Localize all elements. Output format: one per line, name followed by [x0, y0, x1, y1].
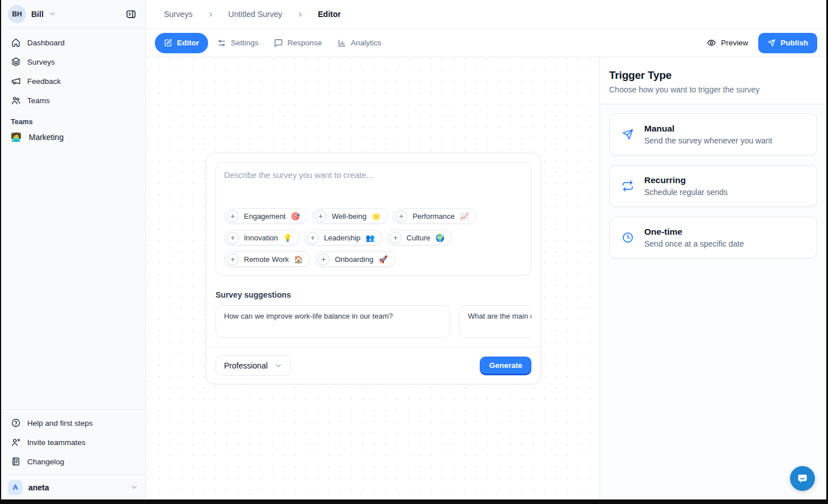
tone-selected-value: Professional: [224, 361, 268, 370]
survey-description-input[interactable]: Describe the survey you want to create..…: [216, 162, 531, 276]
plus-icon: [390, 232, 402, 244]
user-avatar: A: [8, 480, 23, 495]
trigger-option-manual[interactable]: Manual Send the survey whenever you want: [609, 113, 817, 155]
chip-label: Culture: [407, 234, 430, 242]
preview-label: Preview: [721, 39, 748, 47]
breadcrumb-surveys[interactable]: Surveys: [164, 10, 193, 19]
trigger-option-one-time[interactable]: One-time Send once at a specific date: [609, 217, 817, 259]
chip-label: Well-being: [332, 212, 366, 221]
topic-chip-onboarding[interactable]: Onboarding 🚀: [315, 251, 395, 267]
send-icon: [622, 128, 634, 141]
publish-label: Publish: [780, 39, 808, 47]
chat-launcher-button[interactable]: [790, 466, 815, 491]
topic-chip-engagement[interactable]: Engagement 🎯: [224, 208, 307, 224]
plus-icon: [227, 232, 239, 244]
sidebar-team-marketing[interactable]: 🧑‍💻 Marketing: [1, 127, 145, 147]
sidebar-item-label: Feedback: [27, 77, 61, 86]
trigger-option-description: Send once at a specific date: [644, 239, 744, 248]
suggestion-card[interactable]: How can we improve work-life balance in …: [216, 305, 450, 338]
survey-description-placeholder: Describe the survey you want to create..…: [224, 171, 523, 180]
chevron-down-icon: [49, 10, 56, 18]
send-icon: [767, 39, 776, 47]
sidebar-item-surveys[interactable]: Surveys: [6, 52, 141, 71]
sidebar-item-dashboard[interactable]: Dashboard: [6, 33, 141, 52]
main-column: Surveys Untitled Survey Editor Editor: [146, 0, 826, 499]
topic-chip-innovation[interactable]: Innovation 💡: [224, 230, 299, 245]
chip-label: Leadership: [324, 234, 360, 242]
pencil-square-icon: [164, 39, 172, 47]
topic-chip-remote-work[interactable]: Remote Work 🏠: [224, 251, 310, 267]
sidebar-item-label: Dashboard: [27, 39, 65, 47]
sidebar-item-feedback[interactable]: Feedback: [6, 71, 141, 91]
bulb-emoji-icon: 💡: [283, 234, 292, 242]
generate-button[interactable]: Generate: [480, 357, 531, 375]
user-plus-icon: [11, 437, 21, 447]
editor-canvas[interactable]: Describe the survey you want to create..…: [146, 57, 599, 499]
sidebar-item-label: Invite teammates: [27, 438, 86, 447]
chat-bubble-icon: [796, 472, 809, 485]
chevron-right-icon: [297, 11, 304, 18]
layers-icon: [11, 57, 21, 67]
help-circle-icon: [11, 418, 21, 428]
tab-label: Response: [288, 39, 322, 47]
sidebar-nav: Dashboard Surveys Feedback Teams: [1, 28, 145, 110]
tab-editor[interactable]: Editor: [155, 33, 208, 53]
publish-button[interactable]: Publish: [758, 33, 817, 53]
suggestions-row: How can we improve work-life balance in …: [216, 305, 531, 338]
tone-select[interactable]: Professional: [216, 355, 291, 376]
chip-label: Remote Work: [244, 255, 289, 264]
topic-chips: Engagement 🎯 Well-being 🌟: [224, 208, 523, 267]
workspace-avatar: BH: [8, 5, 26, 23]
tab-label: Settings: [231, 39, 259, 47]
tab-response[interactable]: Response: [268, 33, 328, 53]
message-square-icon: [274, 39, 283, 48]
suggestion-card[interactable]: What are the main ob: [459, 305, 531, 338]
tab-settings[interactable]: Settings: [211, 33, 265, 53]
tab-label: Analytics: [351, 39, 382, 47]
sidebar-item-label: Help and first steps: [27, 419, 93, 427]
globe-emoji-icon: 🌍: [436, 234, 445, 242]
breadcrumb-untitled-survey[interactable]: Untitled Survey: [229, 10, 282, 19]
eye-icon: [707, 38, 716, 48]
trigger-option-text: Manual Send the survey whenever you want: [644, 124, 772, 145]
chevron-down-icon: [274, 362, 282, 370]
megaphone-icon: [11, 76, 21, 86]
topic-chip-wellbeing[interactable]: Well-being 🌟: [312, 208, 388, 224]
workspace-switcher[interactable]: BH Bill: [1, 0, 145, 28]
chip-label: Engagement: [244, 212, 286, 221]
trigger-option-text: One-time Send once at a specific date: [644, 227, 744, 248]
topic-chip-culture[interactable]: Culture 🌍: [387, 230, 452, 245]
people-emoji-icon: 👥: [366, 234, 375, 242]
user-menu[interactable]: A aneta: [1, 475, 145, 499]
topic-chip-performance[interactable]: Performance 📈: [392, 208, 476, 224]
sidebar-item-changelog[interactable]: Changelog: [6, 452, 141, 471]
teams-section-label: Teams: [1, 110, 145, 127]
topic-chip-leadership[interactable]: Leadership 👥: [304, 230, 382, 245]
sidebar-spacer: [1, 147, 145, 409]
composer-footer: Professional Generate: [206, 347, 540, 384]
trigger-option-title: One-time: [644, 227, 744, 237]
trigger-option-recurring[interactable]: Recurring Schedule regular sends: [609, 165, 817, 207]
team-label: Marketing: [29, 133, 64, 142]
plus-icon: [395, 210, 407, 222]
plus-icon: [318, 253, 329, 265]
toolbar-actions: Preview Publish: [707, 33, 817, 53]
sidebar-item-help[interactable]: Help and first steps: [6, 413, 141, 433]
sidebar-item-label: Teams: [27, 96, 50, 105]
collapse-sidebar-icon[interactable]: [124, 7, 138, 22]
survey-composer-card: Describe the survey you want to create..…: [206, 153, 541, 384]
dart-emoji-icon: 🎯: [291, 212, 300, 221]
workspace-name: Bill: [31, 10, 44, 19]
trigger-option-title: Manual: [644, 124, 772, 134]
sidebar-item-teams[interactable]: Teams: [6, 91, 141, 110]
tab-analytics[interactable]: Analytics: [331, 33, 388, 53]
plus-icon: [315, 210, 327, 222]
trigger-option-description: Schedule regular sends: [644, 188, 728, 197]
trigger-panel-header: Trigger Type Choose how you want to trig…: [600, 57, 826, 104]
sidebar-item-label: Changelog: [27, 458, 64, 466]
preview-button[interactable]: Preview: [707, 38, 748, 48]
clock-icon: [622, 231, 634, 244]
sidebar-item-invite[interactable]: Invite teammates: [6, 433, 141, 452]
technologist-emoji-icon: 🧑‍💻: [11, 132, 22, 142]
sidebar-item-label: Surveys: [27, 58, 55, 66]
